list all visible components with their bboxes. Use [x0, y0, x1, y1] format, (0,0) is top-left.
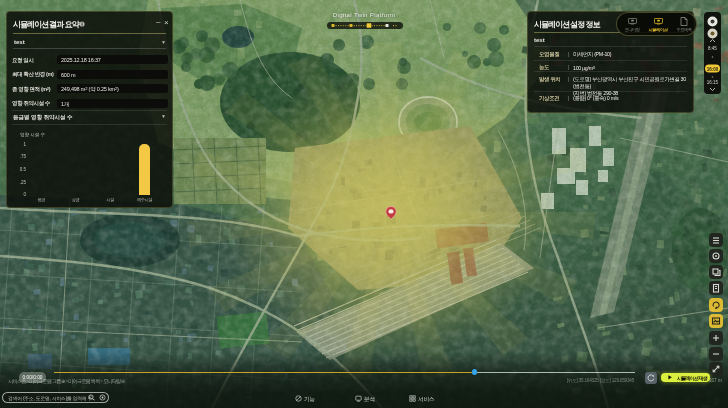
- svg-text:16:15: 16:15: [707, 80, 719, 85]
- svg-text:16:00: 16:00: [707, 67, 719, 72]
- svg-text:8:45: 8:45: [708, 46, 717, 51]
